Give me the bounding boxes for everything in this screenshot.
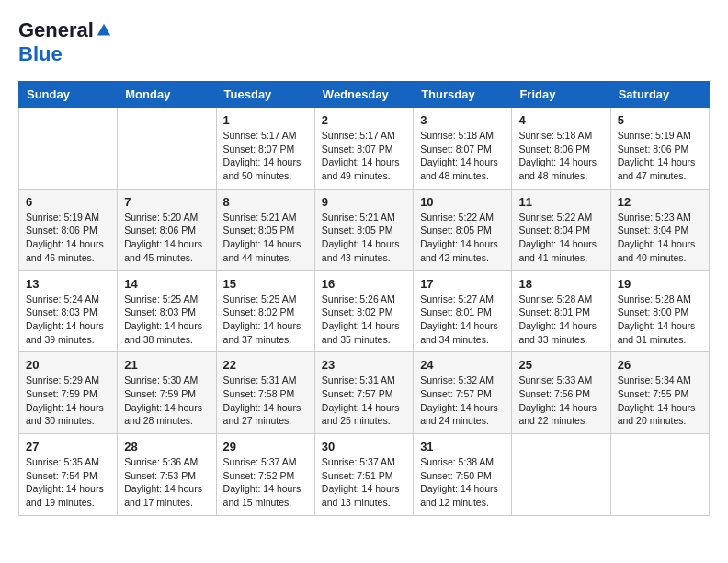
cell-line: Daylight: 14 hours and 20 minutes. — [618, 402, 696, 427]
calendar-cell: 14Sunrise: 5:25 AMSunset: 8:03 PMDayligh… — [118, 270, 216, 352]
calendar-cell: 8Sunrise: 5:21 AMSunset: 8:05 PMDaylight… — [216, 189, 314, 270]
cell-line: Sunrise: 5:28 AM — [518, 293, 592, 304]
cell-line: Sunrise: 5:31 AM — [223, 374, 297, 385]
cell-line: Sunset: 8:02 PM — [322, 306, 393, 317]
calendar-cell — [610, 434, 709, 516]
calendar-cell: 9Sunrise: 5:21 AMSunset: 8:05 PMDaylight… — [314, 189, 413, 270]
cell-content: Sunrise: 5:27 AMSunset: 8:01 PMDaylight:… — [420, 293, 505, 347]
day-number: 26 — [618, 358, 702, 372]
cell-line: Daylight: 14 hours and 35 minutes. — [322, 320, 400, 345]
cell-line: Sunrise: 5:36 AM — [124, 456, 198, 467]
day-number: 20 — [26, 358, 110, 372]
cell-line: Sunset: 7:51 PM — [322, 470, 393, 481]
cell-line: Daylight: 14 hours and 38 minutes. — [124, 320, 202, 345]
calendar-cell: 2Sunrise: 5:17 AMSunset: 8:07 PMDaylight… — [314, 108, 413, 190]
weekday-header-wednesday: Wednesday — [314, 82, 413, 108]
calendar-cell: 28Sunrise: 5:36 AMSunset: 7:53 PMDayligh… — [118, 434, 216, 516]
cell-line: Sunset: 8:05 PM — [420, 224, 492, 236]
cell-line: Sunset: 7:55 PM — [618, 388, 689, 399]
calendar-cell: 4Sunrise: 5:18 AMSunset: 8:06 PMDaylight… — [512, 108, 610, 190]
weekday-header-row: SundayMondayTuesdayWednesdayThursdayFrid… — [19, 82, 710, 108]
cell-line: Daylight: 14 hours and 13 minutes. — [322, 483, 400, 508]
cell-line: Sunset: 8:06 PM — [26, 224, 97, 236]
cell-content: Sunrise: 5:18 AMSunset: 8:07 PMDaylight:… — [420, 129, 505, 183]
cell-content: Sunrise: 5:29 AMSunset: 7:59 PMDaylight:… — [26, 373, 110, 428]
calendar-cell — [19, 108, 118, 190]
cell-line: Sunrise: 5:17 AM — [223, 130, 297, 141]
logo-general: General — [18, 18, 94, 42]
cell-line: Sunrise: 5:25 AM — [124, 293, 198, 304]
cell-line: Sunrise: 5:17 AM — [322, 130, 395, 141]
cell-line: Sunset: 7:52 PM — [223, 470, 295, 481]
cell-content: Sunrise: 5:33 AMSunset: 7:56 PMDaylight:… — [518, 373, 603, 428]
cell-line: Sunrise: 5:38 AM — [420, 456, 494, 467]
cell-line: Sunrise: 5:18 AM — [518, 130, 592, 141]
cell-line: Sunrise: 5:33 AM — [518, 374, 592, 385]
cell-line: Daylight: 14 hours and 49 minutes. — [322, 156, 400, 181]
cell-line: Daylight: 14 hours and 30 minutes. — [26, 402, 104, 427]
cell-content: Sunrise: 5:28 AMSunset: 8:01 PMDaylight:… — [518, 293, 603, 347]
calendar-cell: 19Sunrise: 5:28 AMSunset: 8:00 PMDayligh… — [610, 270, 709, 352]
cell-content: Sunrise: 5:23 AMSunset: 8:04 PMDaylight:… — [618, 211, 702, 265]
cell-line: Sunrise: 5:37 AM — [223, 456, 297, 467]
cell-line: Daylight: 14 hours and 31 minutes. — [618, 320, 696, 345]
day-number: 7 — [124, 195, 209, 209]
day-number: 18 — [518, 277, 603, 291]
cell-content: Sunrise: 5:20 AMSunset: 8:06 PMDaylight:… — [124, 211, 209, 265]
cell-line: Daylight: 14 hours and 48 minutes. — [420, 156, 498, 181]
calendar-cell: 13Sunrise: 5:24 AMSunset: 8:03 PMDayligh… — [19, 270, 118, 352]
day-number: 5 — [618, 113, 702, 127]
cell-content: Sunrise: 5:18 AMSunset: 8:06 PMDaylight:… — [518, 129, 603, 183]
weekday-header-thursday: Thursday — [414, 82, 512, 108]
cell-line: Sunrise: 5:37 AM — [322, 456, 395, 467]
svg-marker-0 — [97, 24, 110, 36]
cell-line: Sunset: 8:06 PM — [618, 144, 689, 155]
cell-line: Sunset: 8:05 PM — [223, 224, 295, 236]
calendar-week-3: 13Sunrise: 5:24 AMSunset: 8:03 PMDayligh… — [19, 270, 710, 352]
cell-line: Daylight: 14 hours and 45 minutes. — [124, 238, 202, 263]
cell-line: Sunrise: 5:24 AM — [26, 293, 99, 304]
cell-line: Sunset: 8:04 PM — [618, 224, 689, 236]
cell-line: Sunrise: 5:27 AM — [420, 293, 494, 304]
cell-content: Sunrise: 5:37 AMSunset: 7:51 PMDaylight:… — [322, 455, 406, 510]
cell-line: Sunrise: 5:28 AM — [618, 293, 691, 304]
cell-line: Daylight: 14 hours and 48 minutes. — [518, 156, 597, 181]
cell-content: Sunrise: 5:31 AMSunset: 7:57 PMDaylight:… — [322, 373, 406, 428]
cell-line: Sunrise: 5:34 AM — [618, 374, 691, 385]
cell-line: Sunset: 8:05 PM — [322, 224, 393, 236]
day-number: 16 — [322, 277, 406, 291]
cell-line: Daylight: 14 hours and 17 minutes. — [124, 483, 202, 508]
calendar-cell — [118, 108, 216, 190]
cell-line: Sunrise: 5:35 AM — [26, 456, 99, 467]
calendar-cell: 10Sunrise: 5:22 AMSunset: 8:05 PMDayligh… — [414, 189, 512, 270]
cell-line: Daylight: 14 hours and 47 minutes. — [618, 156, 696, 181]
page-header: General Blue — [18, 18, 710, 66]
calendar-cell: 15Sunrise: 5:25 AMSunset: 8:02 PMDayligh… — [216, 270, 314, 352]
cell-line: Sunset: 7:57 PM — [420, 388, 492, 399]
cell-line: Sunset: 8:07 PM — [223, 144, 295, 155]
calendar-cell: 24Sunrise: 5:32 AMSunset: 7:57 PMDayligh… — [414, 352, 512, 434]
cell-line: Sunrise: 5:21 AM — [322, 212, 395, 223]
calendar-cell: 6Sunrise: 5:19 AMSunset: 8:06 PMDaylight… — [19, 189, 118, 270]
calendar-cell: 16Sunrise: 5:26 AMSunset: 8:02 PMDayligh… — [314, 270, 413, 352]
weekday-header-sunday: Sunday — [19, 82, 118, 108]
cell-line: Daylight: 14 hours and 44 minutes. — [223, 238, 301, 263]
calendar-cell: 3Sunrise: 5:18 AMSunset: 8:07 PMDaylight… — [414, 108, 512, 190]
day-number: 1 — [223, 113, 308, 127]
cell-content: Sunrise: 5:21 AMSunset: 8:05 PMDaylight:… — [322, 211, 406, 265]
weekday-header-tuesday: Tuesday — [216, 82, 314, 108]
cell-content: Sunrise: 5:31 AMSunset: 7:58 PMDaylight:… — [223, 373, 308, 428]
day-number: 31 — [420, 440, 505, 454]
day-number: 3 — [420, 113, 505, 127]
calendar-cell — [512, 434, 610, 516]
logo-blue: Blue — [18, 42, 112, 66]
logo-icon — [96, 22, 112, 39]
cell-line: Sunrise: 5:20 AM — [124, 212, 198, 223]
cell-line: Daylight: 14 hours and 37 minutes. — [223, 320, 301, 345]
calendar-cell: 12Sunrise: 5:23 AMSunset: 8:04 PMDayligh… — [610, 189, 709, 270]
cell-line: Sunset: 8:07 PM — [420, 144, 492, 155]
day-number: 27 — [26, 440, 110, 454]
cell-line: Daylight: 14 hours and 28 minutes. — [124, 402, 202, 427]
day-number: 23 — [322, 358, 406, 372]
cell-line: Sunrise: 5:19 AM — [618, 130, 691, 141]
